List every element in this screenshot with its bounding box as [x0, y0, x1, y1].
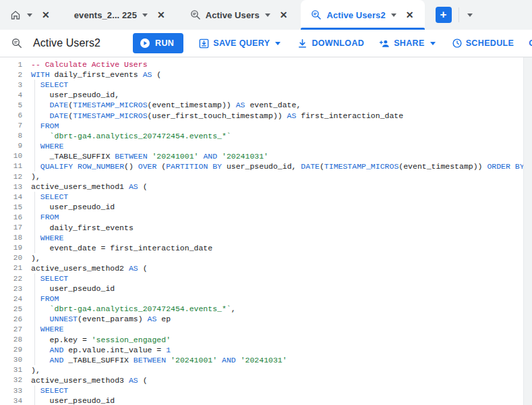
code-text: SELECT — [22, 274, 68, 283]
indent-guide — [34, 233, 35, 243]
code-line: 17 daily_first_events — [0, 223, 532, 233]
indent-guide — [34, 273, 35, 284]
indent-guide — [34, 304, 35, 314]
indent-guide — [34, 294, 35, 304]
code-line: 12), — [0, 171, 532, 182]
close-icon[interactable]: ✕ — [154, 9, 168, 21]
open-in-button[interactable]: OPEN IN — [529, 38, 532, 48]
scrollbar-track[interactable] — [523, 57, 532, 405]
code-text: ), — [22, 172, 40, 181]
line-number: 32 — [0, 376, 22, 384]
indent-guide — [34, 151, 35, 161]
code-text: DATE(TIMESTAMP_MICROS(user_first_touch_t… — [22, 111, 403, 120]
line-number: 9 — [0, 142, 22, 150]
line-number: 6 — [0, 111, 22, 119]
code-line: 3 SELECT — [0, 80, 532, 90]
code-line: 32active_users_method3 AS ( — [0, 375, 532, 385]
tab-active-users[interactable]: Active Users ✕ — [180, 0, 297, 30]
download-label: DOWNLOAD — [312, 38, 364, 48]
line-number: 7 — [0, 122, 22, 130]
code-line: 30 AND _TABLE_SUFFIX BETWEEN '20241001' … — [0, 355, 532, 365]
download-button[interactable]: DOWNLOAD — [297, 38, 364, 49]
line-number: 34 — [0, 397, 22, 405]
code-line: 1-- Calculate Active Users — [0, 59, 532, 70]
line-number: 4 — [0, 91, 22, 99]
query-icon — [11, 37, 23, 49]
code-text: user_pseudo_id — [22, 396, 115, 405]
code-text: user_pseudo_id — [22, 202, 115, 211]
indent-guide — [34, 121, 35, 131]
code-line: 29 AND ep.value.int_value = 1 — [0, 345, 532, 355]
chevron-down-icon[interactable] — [27, 14, 32, 17]
close-icon[interactable]: ✕ — [403, 9, 417, 21]
share-button[interactable]: SHARE — [379, 38, 437, 49]
run-button[interactable]: RUN — [133, 33, 183, 53]
clock-icon — [452, 38, 463, 49]
line-number: 26 — [0, 315, 22, 323]
code-line: 34 user_pseudo_id — [0, 396, 532, 405]
line-number: 24 — [0, 295, 22, 303]
save-query-button[interactable]: SAVE QUERY — [198, 38, 282, 49]
code-text: FROM — [22, 294, 59, 303]
open-in-label: OPEN IN — [529, 38, 532, 48]
chevron-down-icon[interactable] — [467, 14, 473, 17]
tab-home[interactable]: ✕ — [0, 0, 59, 30]
chevron-down-icon — [430, 42, 436, 45]
code-text: WHERE — [22, 234, 63, 242]
line-number: 1 — [0, 61, 22, 69]
line-number: 27 — [0, 325, 22, 333]
sql-code-editor[interactable]: 1-- Calculate Active Users2WITH daily_fi… — [0, 57, 532, 405]
line-number: 31 — [0, 366, 22, 374]
indent-guide — [34, 335, 35, 345]
chevron-down-icon[interactable] — [391, 14, 396, 17]
schedule-button[interactable]: SCHEDULE — [452, 38, 514, 49]
line-number: 18 — [0, 234, 22, 242]
code-text: FROM — [22, 213, 59, 221]
indent-guide — [34, 202, 35, 212]
code-text: WHERE — [22, 325, 63, 333]
indent-guide — [34, 324, 35, 334]
code-line: 15 user_pseudo_id — [0, 202, 532, 212]
indent-guide — [34, 345, 35, 355]
code-text: daily_first_events — [22, 223, 134, 232]
code-line: 24 FROM — [0, 294, 532, 304]
code-text: ep.key = 'session_engaged' — [22, 335, 171, 344]
indent-guide — [34, 141, 35, 151]
line-number: 10 — [0, 152, 22, 160]
play-icon — [140, 38, 150, 49]
indent-guide — [34, 385, 35, 396]
tab-active-users2[interactable]: Active Users2 ✕ — [301, 0, 424, 30]
code-text: `dbrt-ga4.analytics_207472454.events_*` — [22, 132, 231, 140]
code-text: UNNEST(event_params) AS ep — [22, 315, 171, 323]
code-line: 26 UNNEST(event_params) AS ep — [0, 314, 532, 324]
code-line: 33 SELECT — [0, 385, 532, 396]
code-text: active_users_method1 AS ( — [22, 182, 148, 191]
new-tab-button[interactable]: + — [436, 7, 452, 23]
code-line: 6 DATE(TIMESTAMP_MICROS(user_first_touch… — [0, 110, 532, 120]
person-add-icon — [379, 38, 390, 49]
code-text: DATE(TIMESTAMP_MICROS(event_timestamp)) … — [22, 101, 301, 109]
save-query-label: SAVE QUERY — [213, 38, 270, 48]
line-number: 20 — [0, 254, 22, 262]
line-number: 17 — [0, 223, 22, 232]
chevron-down-icon[interactable] — [265, 14, 270, 17]
chevron-down-icon[interactable] — [142, 14, 148, 17]
code-line: 28 ep.key = 'session_engaged' — [0, 335, 532, 345]
line-number: 8 — [0, 132, 22, 140]
code-text: `dbrt-ga4.analytics_207472454.events_*`, — [22, 304, 236, 313]
indent-guide — [34, 80, 35, 90]
code-text: QUALIFY ROW_NUMBER() OVER (PARTITION BY … — [22, 162, 525, 171]
code-line: 21active_users_method2 AS ( — [0, 263, 532, 273]
close-icon[interactable]: ✕ — [277, 9, 291, 21]
code-text: _TABLE_SUFFIX BETWEEN '20241001' AND '20… — [22, 152, 268, 161]
line-number: 15 — [0, 203, 22, 211]
code-lines: 1-- Calculate Active Users2WITH daily_fi… — [0, 59, 532, 405]
code-line: 7 FROM — [0, 121, 532, 131]
code-line: 22 SELECT — [0, 273, 532, 284]
indent-guide — [34, 243, 35, 253]
divider — [459, 7, 459, 22]
code-text: event_date = first_interaction_date — [22, 244, 212, 252]
tab-events[interactable]: events_2... 225 ✕ — [65, 0, 175, 30]
code-line: 25 `dbrt-ga4.analytics_207472454.events_… — [0, 304, 532, 314]
close-icon[interactable]: ✕ — [39, 9, 53, 21]
